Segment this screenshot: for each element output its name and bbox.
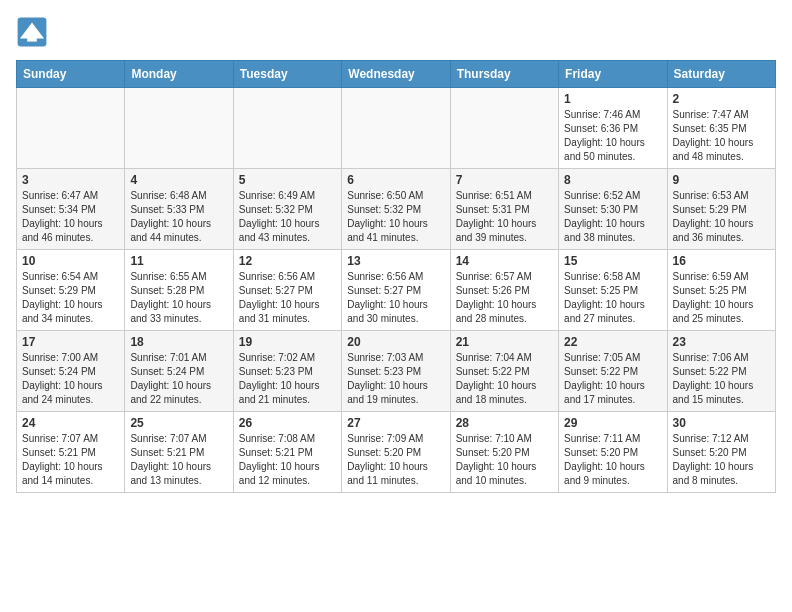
day-number: 18 xyxy=(130,335,227,349)
day-info: Sunrise: 7:06 AM Sunset: 5:22 PM Dayligh… xyxy=(673,351,770,407)
day-info: Sunrise: 7:07 AM Sunset: 5:21 PM Dayligh… xyxy=(130,432,227,488)
day-info: Sunrise: 6:48 AM Sunset: 5:33 PM Dayligh… xyxy=(130,189,227,245)
column-header-friday: Friday xyxy=(559,61,667,88)
calendar-cell: 11Sunrise: 6:55 AM Sunset: 5:28 PM Dayli… xyxy=(125,250,233,331)
calendar-cell: 17Sunrise: 7:00 AM Sunset: 5:24 PM Dayli… xyxy=(17,331,125,412)
calendar-cell: 4Sunrise: 6:48 AM Sunset: 5:33 PM Daylig… xyxy=(125,169,233,250)
calendar-table: SundayMondayTuesdayWednesdayThursdayFrid… xyxy=(16,60,776,493)
day-info: Sunrise: 7:00 AM Sunset: 5:24 PM Dayligh… xyxy=(22,351,119,407)
day-number: 21 xyxy=(456,335,553,349)
calendar-cell: 29Sunrise: 7:11 AM Sunset: 5:20 PM Dayli… xyxy=(559,412,667,493)
day-number: 28 xyxy=(456,416,553,430)
day-number: 15 xyxy=(564,254,661,268)
column-header-monday: Monday xyxy=(125,61,233,88)
day-info: Sunrise: 7:01 AM Sunset: 5:24 PM Dayligh… xyxy=(130,351,227,407)
day-number: 17 xyxy=(22,335,119,349)
day-info: Sunrise: 6:59 AM Sunset: 5:25 PM Dayligh… xyxy=(673,270,770,326)
calendar-cell: 3Sunrise: 6:47 AM Sunset: 5:34 PM Daylig… xyxy=(17,169,125,250)
calendar-cell: 18Sunrise: 7:01 AM Sunset: 5:24 PM Dayli… xyxy=(125,331,233,412)
day-number: 13 xyxy=(347,254,444,268)
day-info: Sunrise: 7:04 AM Sunset: 5:22 PM Dayligh… xyxy=(456,351,553,407)
day-info: Sunrise: 6:55 AM Sunset: 5:28 PM Dayligh… xyxy=(130,270,227,326)
day-number: 19 xyxy=(239,335,336,349)
calendar-cell: 22Sunrise: 7:05 AM Sunset: 5:22 PM Dayli… xyxy=(559,331,667,412)
day-number: 2 xyxy=(673,92,770,106)
calendar-week-2: 3Sunrise: 6:47 AM Sunset: 5:34 PM Daylig… xyxy=(17,169,776,250)
calendar-cell: 12Sunrise: 6:56 AM Sunset: 5:27 PM Dayli… xyxy=(233,250,341,331)
day-info: Sunrise: 6:52 AM Sunset: 5:30 PM Dayligh… xyxy=(564,189,661,245)
day-number: 23 xyxy=(673,335,770,349)
day-number: 29 xyxy=(564,416,661,430)
day-number: 9 xyxy=(673,173,770,187)
day-number: 16 xyxy=(673,254,770,268)
day-number: 14 xyxy=(456,254,553,268)
calendar-body: 1Sunrise: 7:46 AM Sunset: 6:36 PM Daylig… xyxy=(17,88,776,493)
calendar-week-5: 24Sunrise: 7:07 AM Sunset: 5:21 PM Dayli… xyxy=(17,412,776,493)
day-number: 25 xyxy=(130,416,227,430)
day-info: Sunrise: 6:56 AM Sunset: 5:27 PM Dayligh… xyxy=(239,270,336,326)
day-info: Sunrise: 6:53 AM Sunset: 5:29 PM Dayligh… xyxy=(673,189,770,245)
day-info: Sunrise: 6:56 AM Sunset: 5:27 PM Dayligh… xyxy=(347,270,444,326)
calendar-cell: 16Sunrise: 6:59 AM Sunset: 5:25 PM Dayli… xyxy=(667,250,775,331)
calendar-cell: 24Sunrise: 7:07 AM Sunset: 5:21 PM Dayli… xyxy=(17,412,125,493)
day-info: Sunrise: 6:58 AM Sunset: 5:25 PM Dayligh… xyxy=(564,270,661,326)
calendar-cell xyxy=(233,88,341,169)
day-number: 1 xyxy=(564,92,661,106)
day-number: 30 xyxy=(673,416,770,430)
day-number: 24 xyxy=(22,416,119,430)
day-info: Sunrise: 6:49 AM Sunset: 5:32 PM Dayligh… xyxy=(239,189,336,245)
day-number: 26 xyxy=(239,416,336,430)
calendar-cell: 2Sunrise: 7:47 AM Sunset: 6:35 PM Daylig… xyxy=(667,88,775,169)
day-number: 4 xyxy=(130,173,227,187)
day-info: Sunrise: 6:50 AM Sunset: 5:32 PM Dayligh… xyxy=(347,189,444,245)
day-number: 6 xyxy=(347,173,444,187)
day-number: 5 xyxy=(239,173,336,187)
day-number: 7 xyxy=(456,173,553,187)
day-number: 22 xyxy=(564,335,661,349)
day-number: 27 xyxy=(347,416,444,430)
calendar-cell: 21Sunrise: 7:04 AM Sunset: 5:22 PM Dayli… xyxy=(450,331,558,412)
day-info: Sunrise: 6:51 AM Sunset: 5:31 PM Dayligh… xyxy=(456,189,553,245)
calendar-cell: 1Sunrise: 7:46 AM Sunset: 6:36 PM Daylig… xyxy=(559,88,667,169)
calendar-cell: 9Sunrise: 6:53 AM Sunset: 5:29 PM Daylig… xyxy=(667,169,775,250)
calendar-cell xyxy=(450,88,558,169)
day-info: Sunrise: 7:08 AM Sunset: 5:21 PM Dayligh… xyxy=(239,432,336,488)
calendar-cell: 8Sunrise: 6:52 AM Sunset: 5:30 PM Daylig… xyxy=(559,169,667,250)
day-info: Sunrise: 7:12 AM Sunset: 5:20 PM Dayligh… xyxy=(673,432,770,488)
calendar-cell: 10Sunrise: 6:54 AM Sunset: 5:29 PM Dayli… xyxy=(17,250,125,331)
calendar-cell xyxy=(17,88,125,169)
day-info: Sunrise: 6:54 AM Sunset: 5:29 PM Dayligh… xyxy=(22,270,119,326)
calendar-header: SundayMondayTuesdayWednesdayThursdayFrid… xyxy=(17,61,776,88)
day-info: Sunrise: 7:10 AM Sunset: 5:20 PM Dayligh… xyxy=(456,432,553,488)
calendar-cell xyxy=(342,88,450,169)
calendar-cell: 27Sunrise: 7:09 AM Sunset: 5:20 PM Dayli… xyxy=(342,412,450,493)
calendar-cell: 7Sunrise: 6:51 AM Sunset: 5:31 PM Daylig… xyxy=(450,169,558,250)
day-number: 20 xyxy=(347,335,444,349)
column-header-thursday: Thursday xyxy=(450,61,558,88)
day-number: 3 xyxy=(22,173,119,187)
calendar-cell: 20Sunrise: 7:03 AM Sunset: 5:23 PM Dayli… xyxy=(342,331,450,412)
column-header-wednesday: Wednesday xyxy=(342,61,450,88)
calendar-cell: 13Sunrise: 6:56 AM Sunset: 5:27 PM Dayli… xyxy=(342,250,450,331)
calendar-week-3: 10Sunrise: 6:54 AM Sunset: 5:29 PM Dayli… xyxy=(17,250,776,331)
day-info: Sunrise: 7:02 AM Sunset: 5:23 PM Dayligh… xyxy=(239,351,336,407)
column-header-sunday: Sunday xyxy=(17,61,125,88)
day-info: Sunrise: 7:46 AM Sunset: 6:36 PM Dayligh… xyxy=(564,108,661,164)
day-info: Sunrise: 7:03 AM Sunset: 5:23 PM Dayligh… xyxy=(347,351,444,407)
svg-rect-2 xyxy=(27,34,37,42)
day-info: Sunrise: 7:05 AM Sunset: 5:22 PM Dayligh… xyxy=(564,351,661,407)
calendar-cell: 6Sunrise: 6:50 AM Sunset: 5:32 PM Daylig… xyxy=(342,169,450,250)
day-info: Sunrise: 7:09 AM Sunset: 5:20 PM Dayligh… xyxy=(347,432,444,488)
day-number: 11 xyxy=(130,254,227,268)
calendar-cell: 23Sunrise: 7:06 AM Sunset: 5:22 PM Dayli… xyxy=(667,331,775,412)
column-header-tuesday: Tuesday xyxy=(233,61,341,88)
calendar-cell: 5Sunrise: 6:49 AM Sunset: 5:32 PM Daylig… xyxy=(233,169,341,250)
logo xyxy=(16,16,52,48)
day-info: Sunrise: 6:47 AM Sunset: 5:34 PM Dayligh… xyxy=(22,189,119,245)
logo-icon xyxy=(16,16,48,48)
page-header xyxy=(16,16,776,48)
calendar-cell: 28Sunrise: 7:10 AM Sunset: 5:20 PM Dayli… xyxy=(450,412,558,493)
day-info: Sunrise: 7:07 AM Sunset: 5:21 PM Dayligh… xyxy=(22,432,119,488)
day-number: 8 xyxy=(564,173,661,187)
calendar-week-4: 17Sunrise: 7:00 AM Sunset: 5:24 PM Dayli… xyxy=(17,331,776,412)
